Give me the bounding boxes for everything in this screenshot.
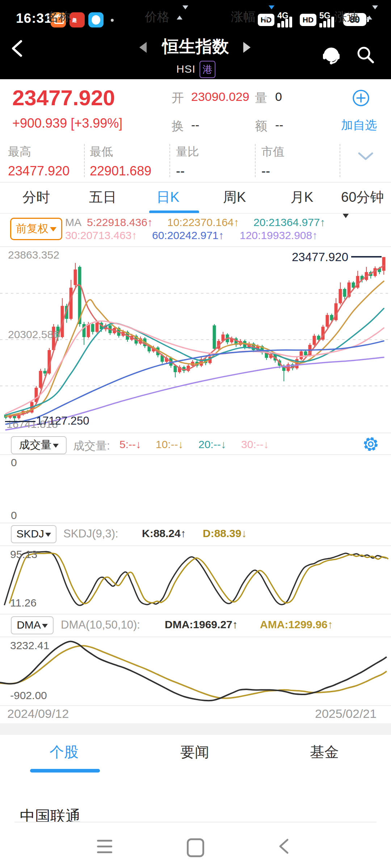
high-value: 23477.920 [8, 163, 70, 179]
volume-value: 0 [275, 90, 282, 104]
low-value: 22901.689 [90, 163, 151, 179]
nav-back-icon[interactable] [277, 838, 290, 854]
skdj-chart[interactable] [0, 545, 391, 614]
sort-price-icon[interactable] [177, 9, 182, 16]
tab-60min-dropdown[interactable]: 60分钟 [341, 188, 391, 222]
chevron-down-icon [45, 533, 51, 537]
turnover-label: 换 [172, 118, 184, 135]
date-end: 2025/02/21 [315, 707, 377, 721]
chevron-down-icon [342, 213, 349, 218]
date-start: 2024/09/12 [7, 707, 69, 721]
col-change-speed[interactable]: 涨速 [335, 9, 359, 25]
ma5-value: 5:22918.436↑ [87, 216, 153, 229]
last-price: 23477.920 [12, 85, 115, 110]
tab-stocks[interactable]: 个股 [50, 742, 79, 762]
sort-change-pct-icon[interactable] [263, 9, 269, 16]
add-watchlist-button[interactable]: 加自选 [341, 117, 377, 133]
ma60-value: 60:20242.971↑ [152, 229, 224, 242]
price-change: +900.939 [+3.99%] [12, 116, 122, 131]
main-ymax-label: 23863.352 [8, 249, 59, 261]
dma-formula: DMA(10,50,10): [61, 618, 140, 631]
hd-badge2-icon: HD [300, 14, 316, 26]
sort-change-speed-icon[interactable] [366, 9, 372, 16]
home-icon[interactable] [187, 838, 204, 857]
dma-ymax-label: 3232.41 [10, 639, 49, 652]
chevron-down-icon [42, 624, 48, 628]
col-price[interactable]: 价格 [145, 9, 169, 25]
red-app-notification-icon: 趣 [70, 12, 85, 27]
col-name[interactable]: 名称 [46, 9, 71, 25]
hk-market-badge: 港 [199, 61, 215, 78]
tab-funds[interactable]: 基金 [310, 742, 339, 762]
stock-code-row: HSI 港 [0, 61, 391, 78]
tab-news[interactable]: 要闻 [180, 742, 209, 762]
chevron-down-icon [53, 444, 59, 448]
ma120-value: 120:19932.908↑ [240, 229, 318, 242]
skdj-k-value: K:88.24↑ [142, 527, 186, 540]
vol-ma5: 5:--↓ [119, 438, 141, 451]
tab-5day[interactable]: 五日 [89, 188, 117, 207]
low-annotation-line [5, 421, 35, 422]
section-separator [0, 723, 391, 735]
dma-value: DMA:1969.27↑ [165, 618, 238, 631]
volratio-value: -- [176, 163, 185, 179]
volume-ymin-label: 0 [11, 509, 17, 522]
skdj-ymin-label: 11.26 [10, 597, 37, 609]
skdj-d-value: D:88.39↓ [203, 527, 247, 540]
amount-value: -- [275, 118, 283, 132]
tab-daily-k[interactable]: 日K [156, 188, 179, 207]
vol-ma20: 20:--↓ [198, 438, 226, 451]
settings-gear-icon[interactable] [362, 435, 379, 453]
volume-legend-prefix: 成交量: [73, 438, 110, 454]
signal-bars2-icon [319, 17, 336, 27]
low-annotation: 17127.250 [36, 414, 89, 427]
expand-stats-icon[interactable] [357, 152, 374, 162]
last-annotation-line [351, 256, 382, 258]
ma-prefix: MA [65, 216, 81, 229]
recents-icon[interactable] [97, 840, 112, 857]
tab-minute[interactable]: 分时 [22, 188, 50, 207]
volratio-label: 量比 [176, 144, 199, 160]
ma30-value: 30:20713.463↑ [65, 229, 137, 242]
volume-label: 量 [255, 90, 267, 106]
open-label: 开 [172, 90, 184, 106]
notification-dot-icon [111, 19, 114, 22]
next-stock-icon[interactable] [243, 42, 251, 53]
vol-ma10: 10:--↓ [156, 438, 184, 451]
chevron-down-icon [50, 227, 56, 231]
table-row[interactable]: 中国联通 [20, 807, 367, 822]
skdj-ymax-label: 95.13 [10, 548, 37, 561]
ma20-value: 20:21364.977↑ [253, 216, 325, 229]
turnover-value: -- [191, 118, 199, 132]
col-change-pct[interactable]: 涨幅 [231, 9, 256, 25]
ama-value: AMA:1299.96↑ [260, 618, 333, 631]
tab-monthly-k[interactable]: 月K [290, 188, 313, 207]
mktcap-label: 市值 [261, 144, 285, 160]
amount-label: 额 [255, 118, 267, 135]
dma-chart[interactable] [0, 637, 391, 705]
last-price-annotation: 23477.920 [279, 250, 348, 264]
main-ymid-label: 20302.586 [8, 328, 59, 341]
ma10-value: 10:22370.164↑ [167, 216, 239, 229]
skdj-formula: SKDJ(9,3): [63, 527, 118, 540]
signal-bars-icon [277, 17, 294, 27]
vol-ma30: 30:--↓ [241, 438, 269, 451]
tab-weekly-k[interactable]: 周K [223, 188, 246, 207]
active-bottom-tab-underline [30, 769, 100, 773]
add-watchlist-icon[interactable] [352, 89, 371, 108]
high-label: 最高 [8, 144, 31, 160]
mktcap-value: -- [261, 163, 270, 179]
dma-ymin-label: -902.00 [10, 689, 47, 702]
skdj-indicator-button[interactable]: SKDJ [11, 525, 56, 543]
volume-ymax-label: 0 [11, 456, 17, 469]
volume-indicator-button[interactable]: 成交量 [11, 436, 67, 454]
open-value: 23090.029 [191, 90, 249, 104]
stock-code: HSI [176, 63, 196, 75]
blue-app-notification-icon [88, 12, 104, 27]
dma-indicator-button[interactable]: DMA [11, 616, 54, 634]
adjust-mode-button[interactable]: 前复权 [10, 218, 62, 240]
low-label: 最低 [90, 144, 113, 160]
